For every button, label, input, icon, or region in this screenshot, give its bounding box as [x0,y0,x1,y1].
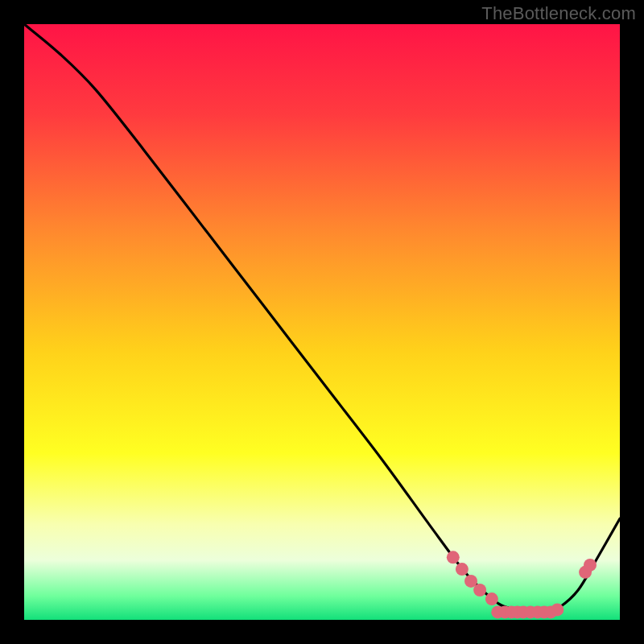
watermark-text: TheBottleneck.com [481,3,636,24]
bottleneck-chart [0,0,644,644]
data-marker [456,563,469,576]
chart-frame: TheBottleneck.com [0,0,644,644]
data-marker [473,584,486,597]
data-marker [551,603,564,616]
data-marker [584,559,597,572]
plot-background [24,24,620,620]
data-marker [485,592,498,605]
data-marker [447,551,460,564]
